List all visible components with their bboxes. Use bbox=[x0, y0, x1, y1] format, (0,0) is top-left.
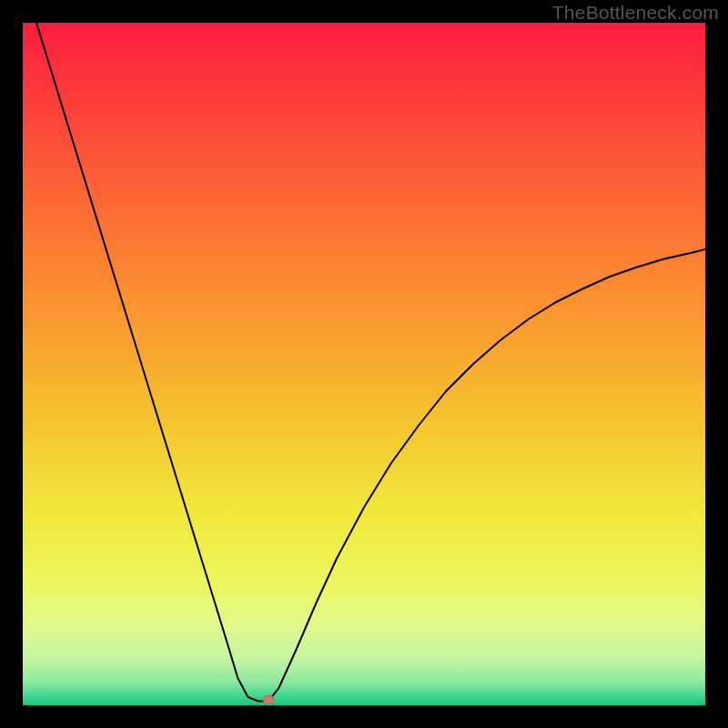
chart-frame: TheBottleneck.com bbox=[0, 0, 728, 728]
gradient-background bbox=[23, 23, 705, 705]
bottleneck-curve-plot bbox=[23, 23, 705, 705]
optimal-point-marker bbox=[263, 695, 275, 704]
watermark-text: TheBottleneck.com bbox=[552, 2, 719, 24]
plot-svg bbox=[23, 23, 705, 705]
